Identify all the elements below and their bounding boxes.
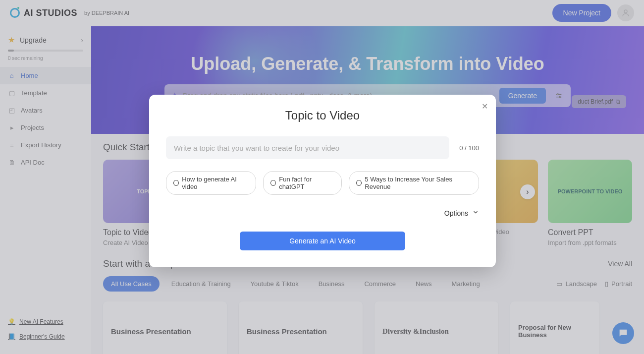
close-icon[interactable]: ✕ [482, 102, 488, 111]
generate-ai-video-button[interactable]: Generate an AI Video [240, 232, 405, 250]
chat-icon [356, 180, 362, 186]
chat-icon [270, 180, 276, 186]
suggestion-chip[interactable]: 5 Ways to Increase Your Sales Revenue [349, 171, 479, 195]
options-toggle[interactable]: Options [166, 209, 479, 218]
modal-title: Topic to Video [166, 109, 479, 122]
options-label: Options [444, 209, 468, 217]
topic-to-video-modal: ✕ Topic to Video 0 / 100 How to generate… [149, 95, 496, 267]
suggestion-chip[interactable]: How to generate AI video [166, 171, 256, 195]
suggestion-chip[interactable]: Fun fact for chatGPT [263, 171, 342, 195]
chat-icon [173, 180, 179, 186]
suggestion-chips: How to generate AI video Fun fact for ch… [166, 171, 479, 195]
topic-input[interactable] [166, 136, 449, 159]
chevron-down-icon [472, 209, 479, 218]
char-count: 0 / 100 [459, 144, 479, 152]
